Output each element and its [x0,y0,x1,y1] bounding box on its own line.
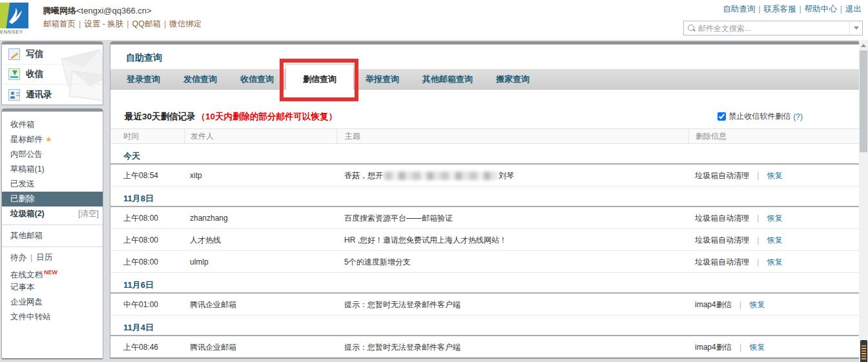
folder-trash[interactable]: 垃圾箱(2)[清空] [2,206,103,221]
folder-sent[interactable]: 已发送 [2,177,103,192]
company-disk-item[interactable]: 企业网盘 [2,295,103,310]
col-sender: 发件人 [185,129,336,143]
calendar-link[interactable]: 日历 [36,253,52,262]
logo-caption: ENNSEY [0,29,36,35]
todo-link[interactable]: 待办 [10,253,26,262]
scrollbar-thumb[interactable] [860,50,867,152]
restore-link[interactable]: 恢复 [749,300,765,309]
compose-icon [8,48,20,60]
page-title: 自助查询 [126,52,162,64]
restore-link[interactable]: 恢复 [767,214,783,223]
table-row[interactable]: 上午08:54 xitp 香菇，想开刘琴 垃圾箱自动清理｜恢复 [110,165,860,186]
empty-trash-link[interactable]: [清空] [78,206,99,221]
folder-announcements[interactable]: 内部公告 [2,147,103,162]
folder-starred[interactable]: 星标邮件★ [2,132,103,147]
logo-icon [0,3,28,28]
restore-link[interactable]: 恢复 [767,171,783,180]
block-delete-option: 禁止收信软件删信 (?) [718,111,803,122]
new-badge: NEW [44,269,57,276]
restore-link[interactable]: 恢复 [767,257,783,266]
tab-migration-query[interactable]: 搬家查询 [484,69,541,89]
nav-wechat-bind-link[interactable]: 微信绑定 [169,19,202,28]
table-row[interactable]: 上午08:00 zhanzhang 百度搜索资源平台——邮箱验证 垃圾箱自动清理… [110,207,860,229]
nav-qqmail-link[interactable]: QQ邮箱 [132,19,161,28]
group-header-nov6: 11月6日 [110,277,860,294]
header-nav-links: 邮箱首页|设置 - 换肤|QQ邮箱|微信绑定 [43,19,202,30]
section-header: 最近30天删信记录（10天内删除的部分邮件可以恢复） 禁止收信软件删信 (?) [110,109,860,126]
todo-calendar-item: 待办|日历 [2,250,103,265]
tab-login-query[interactable]: 登录查询 [115,69,172,89]
restore-link[interactable]: 恢复 [749,343,765,352]
scroll-up-arrow-icon[interactable] [859,40,868,50]
col-delete-info: 删除信息 [688,129,860,143]
block-delete-checkbox[interactable] [718,112,726,121]
search-scope-dropdown[interactable] [849,21,862,35]
account-name: 腾曦网络 [43,6,76,15]
contacts-icon [8,89,20,101]
group-header-today: 今天 [110,148,860,165]
notes-item[interactable]: 记事本 [2,280,103,295]
subject-cell: 香菇，想开刘琴 [336,165,688,186]
group-header-nov4: 11月4日 [110,319,860,336]
table-row[interactable]: 上午08:00 ulmlp 5个的速度新增分支 垃圾箱自动清理｜恢复 [110,251,860,273]
block-delete-label: 禁止收信软件删信 [728,111,790,122]
contact-service-link[interactable]: 联系客服 [764,5,796,14]
mail-search-box[interactable] [683,21,863,35]
folder-other-mailbox[interactable]: 其他邮箱 [2,228,103,243]
star-icon: ★ [45,135,52,144]
vertical-scrollbar[interactable] [859,40,868,362]
divider [2,246,103,247]
sidebar-actions: 写信 收信 通讯录 [1,41,103,105]
account-info: 腾曦网络<tengxi@qq366.cn> [43,5,152,17]
self-query-link[interactable]: 自助查询 [723,5,755,14]
divider [2,225,103,225]
recover-note: （10天内删除的部分邮件可以恢复） [197,112,338,121]
col-time: 时间 [110,129,185,143]
contacts-button[interactable]: 通讯录 [2,85,103,105]
search-icon [688,25,696,32]
tab-other-mailbox-query[interactable]: 其他邮箱查询 [411,69,484,89]
table-row[interactable]: 上午08:00 人才热线 HR ,您好！邀请您免费试用上海人才热线网站！ 垃圾箱… [110,229,860,251]
main-panel: 自助查询 登录查询 发信查询 收信查询 删信查询 举报查询 其他邮箱查询 搬家查… [110,41,860,359]
chevron-down-icon [854,26,859,30]
online-docs-item[interactable]: 在线文档NEW [2,265,103,280]
group-header-nov8: 11月8日 [110,190,860,207]
table-header: 时间 发件人 主题 删除信息 [110,128,860,144]
tab-report-query[interactable]: 举报查询 [354,69,411,89]
redacted-blur [384,172,497,180]
tab-deleted-query-active[interactable]: 删信查询 [285,64,354,90]
logout-link[interactable]: 退出 [845,5,862,14]
compose-button[interactable]: 写信 [2,45,103,65]
nav-settings-link[interactable]: 设置 - 换肤 [84,19,123,28]
deleted-mail-table: 时间 发件人 主题 删除信息 今天 上午08:54 xitp 香菇，想开刘琴 垃… [110,128,860,357]
restore-link[interactable]: 恢复 [767,236,783,245]
table-row[interactable]: 中午01:00 腾讯企业邮箱 提示：您暂时无法登录邮件客户端 imap4删信｜恢… [110,294,860,316]
folder-drafts[interactable]: 草稿箱(1) [2,162,103,177]
folder-inbox[interactable]: 收件箱 [2,117,103,132]
company-logo[interactable]: ENNSEY [0,3,36,36]
mini-widget-icon[interactable] [860,340,867,362]
section-title: 最近30天删信记录（10天内删除的部分邮件可以恢复） [125,111,337,123]
search-input[interactable] [696,24,849,33]
receive-button[interactable]: 收信 [2,65,103,85]
query-tabs: 登录查询 发信查询 收信查询 删信查询 举报查询 其他邮箱查询 搬家查询 [110,69,860,90]
help-question-link[interactable]: (?) [793,112,803,121]
tab-received-query[interactable]: 收信查询 [229,69,285,89]
tab-sent-query[interactable]: 发信查询 [172,69,229,89]
sidebar-folders: 收件箱 星标邮件★ 内部公告 草稿箱(1) 已发送 已删除 垃圾箱(2)[清空]… [1,108,103,359]
account-email: <tengxi@qq366.cn> [76,6,152,15]
nav-home-link[interactable]: 邮箱首页 [43,19,76,28]
table-row[interactable]: 上午08:46 腾讯企业邮箱 提示：您暂时无法登录邮件客户端 imap4删信｜恢… [110,336,860,357]
receive-icon [8,68,20,80]
file-transfer-item[interactable]: 文件中转站 [2,310,103,325]
header: ENNSEY 腾曦网络<tengxi@qq366.cn> 邮箱首页|设置 - 换… [0,0,868,40]
help-center-link[interactable]: 帮助中心 [805,5,837,14]
folder-deleted-selected[interactable]: 已删除 [2,192,103,206]
col-subject: 主题 [336,129,688,143]
top-right-links: 自助查询|联系客服|帮助中心|退出 [723,4,862,15]
